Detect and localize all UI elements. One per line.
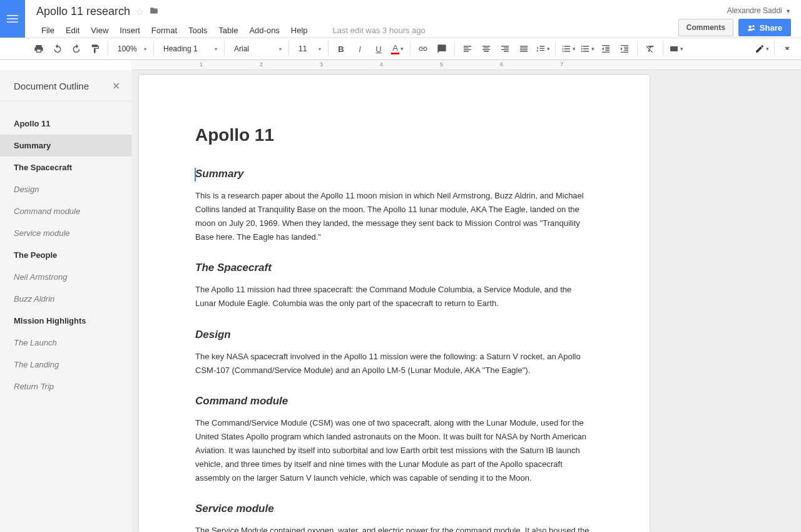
paragraph[interactable]: The Command/Service Module (CSM) was one… [195, 416, 593, 485]
outline-item[interactable]: Neil Armstrong [0, 266, 131, 288]
bulleted-list-icon[interactable]: ▾ [578, 40, 596, 58]
outline-item[interactable]: Service module [0, 222, 131, 244]
menu-edit[interactable]: Edit [61, 23, 84, 38]
underline-icon[interactable]: U [370, 40, 387, 58]
document-canvas[interactable]: Apollo 11 SummaryThis is a research pape… [131, 70, 801, 532]
folder-icon[interactable] [149, 6, 159, 17]
link-icon[interactable] [414, 40, 432, 58]
comment-icon[interactable] [433, 40, 451, 58]
outline-title: Document Outline [14, 81, 89, 91]
menu-view[interactable]: View [86, 23, 113, 38]
user-name[interactable]: Alexandre Saddi ▼ [727, 6, 791, 15]
paragraph[interactable]: The key NASA spacecraft involved in the … [195, 350, 593, 377]
redo-icon[interactable] [68, 40, 85, 58]
editing-mode-icon[interactable]: ▾ [753, 40, 770, 58]
svg-point-3 [748, 26, 752, 29]
align-justify-icon[interactable] [515, 40, 533, 58]
print-icon[interactable] [30, 40, 48, 58]
outline-item[interactable]: Buzz Aldrin [0, 288, 131, 310]
ruler[interactable]: 1234567 [131, 60, 801, 70]
line-spacing-icon[interactable]: ▾ [534, 40, 551, 58]
indent-increase-icon[interactable] [616, 40, 633, 58]
outline-item[interactable]: The Launch [0, 332, 131, 354]
outline-item[interactable]: The People [0, 244, 131, 266]
svg-rect-2 [7, 22, 18, 23]
menu-format[interactable]: Format [146, 23, 182, 38]
svg-rect-5 [670, 46, 678, 51]
main-menu-button[interactable] [0, 0, 25, 38]
text-color-icon[interactable]: A▾ [389, 40, 406, 58]
menu-help[interactable]: Help [286, 23, 313, 38]
align-left-icon[interactable] [459, 40, 476, 58]
style-select[interactable]: Heading 1 [158, 41, 220, 57]
comments-button[interactable]: Comments [678, 19, 733, 36]
outline-item[interactable]: Design [0, 178, 131, 200]
svg-rect-1 [7, 18, 18, 19]
collapse-icon[interactable] [778, 40, 796, 58]
toolbar: 100% Heading 1 Arial 11 B I U A▾ ▾ ▾ ▾ ▾… [0, 38, 801, 60]
outline-item[interactable]: The Spacecraft [0, 156, 131, 178]
document-title[interactable]: Apollo 11 research [36, 5, 130, 18]
menu-file[interactable]: File [36, 23, 59, 38]
menubar: FileEditViewInsertFormatToolsTableAdd-on… [36, 23, 667, 38]
align-right-icon[interactable] [496, 40, 514, 58]
page[interactable]: Apollo 11 SummaryThis is a research pape… [139, 75, 650, 532]
align-center-icon[interactable] [477, 40, 495, 58]
svg-rect-0 [7, 15, 18, 16]
heading[interactable]: Command module [195, 395, 593, 407]
paint-format-icon[interactable] [86, 40, 104, 58]
numbered-list-icon[interactable]: ▾ [559, 40, 577, 58]
heading-title[interactable]: Apollo 11 [195, 125, 593, 145]
menu-table[interactable]: Table [213, 23, 243, 38]
outline-item[interactable]: MIssion Highlights [0, 310, 131, 332]
paragraph[interactable]: The Apollo 11 mission had three spacecra… [195, 283, 593, 310]
indent-decrease-icon[interactable] [597, 40, 615, 58]
outline-item[interactable]: The Landing [0, 354, 131, 376]
size-select[interactable]: 11 [293, 41, 324, 57]
paragraph[interactable]: This is a research paper about the Apoll… [195, 189, 593, 244]
outline-panel: Document Outline ✕ Apollo 11SummaryThe S… [0, 70, 131, 532]
share-button[interactable]: Share [738, 19, 791, 36]
heading[interactable]: Summary [195, 168, 593, 180]
svg-point-4 [752, 25, 755, 28]
zoom-select[interactable]: 100% [112, 41, 150, 57]
outline-item[interactable]: Return Trip [0, 376, 131, 397]
clear-format-icon[interactable] [641, 40, 659, 58]
outline-item[interactable]: Summary [0, 135, 131, 156]
menu-insert[interactable]: Insert [115, 23, 145, 38]
heading[interactable]: The Spacecraft [195, 262, 593, 274]
undo-icon[interactable] [49, 40, 66, 58]
last-edit-text[interactable]: Last edit was 3 hours ago [333, 26, 426, 35]
menu-add-ons[interactable]: Add-ons [244, 23, 284, 38]
star-icon[interactable]: ☆ [135, 6, 144, 18]
close-icon[interactable]: ✕ [112, 80, 120, 92]
outline-item[interactable]: Apollo 11 [0, 113, 131, 135]
heading[interactable]: Service module [195, 503, 593, 515]
bold-icon[interactable]: B [332, 40, 350, 58]
font-select[interactable]: Arial [228, 41, 285, 57]
menu-tools[interactable]: Tools [183, 23, 212, 38]
paragraph[interactable]: The Service Module contained oxygen, wat… [195, 524, 593, 532]
italic-icon[interactable]: I [351, 40, 369, 58]
input-tools-icon[interactable]: ▾ [667, 40, 685, 58]
heading[interactable]: Design [195, 329, 593, 341]
outline-item[interactable]: Command module [0, 200, 131, 222]
